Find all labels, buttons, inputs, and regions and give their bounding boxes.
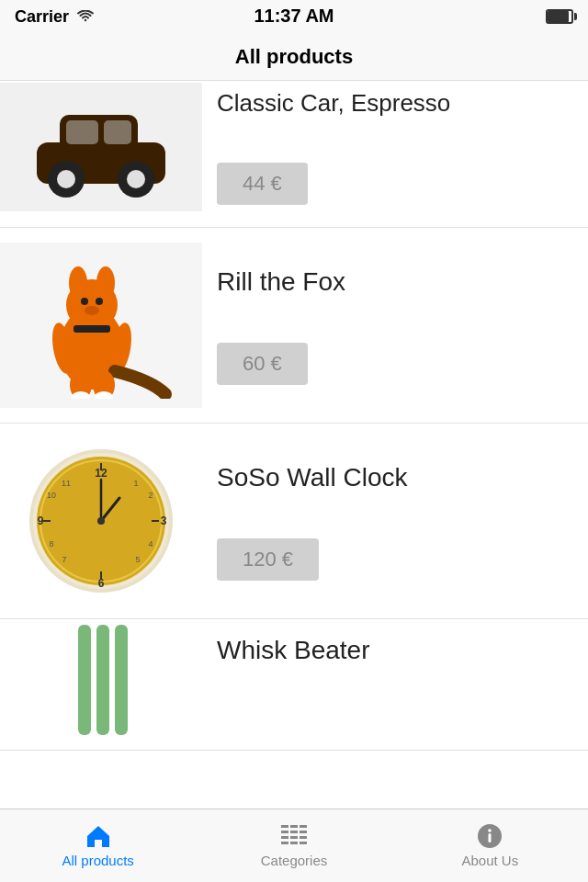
svg-rect-58 — [300, 842, 307, 844]
svg-text:4: 4 — [148, 539, 153, 548]
product-info: Classic Car, Espresso 44 € — [217, 88, 588, 206]
svg-point-61 — [489, 829, 492, 832]
product-name: SoSo Wall Clock — [217, 461, 588, 494]
svg-point-13 — [96, 298, 103, 305]
svg-text:1: 1 — [133, 479, 138, 488]
svg-rect-52 — [300, 831, 307, 833]
svg-text:12: 12 — [95, 467, 107, 480]
fox-image — [18, 252, 184, 399]
product-name: Whisk Beater — [217, 634, 588, 667]
svg-text:7: 7 — [62, 555, 66, 564]
product-info: Whisk Beater — [217, 634, 588, 667]
tab-all-products[interactable]: All products — [0, 809, 196, 882]
product-image — [0, 634, 202, 735]
status-bar: Carrier 11:37 AM — [0, 0, 588, 33]
product-image: 12 3 6 9 1 2 4 5 7 8 10 11 — [0, 438, 202, 604]
svg-text:10: 10 — [47, 491, 56, 500]
list-item[interactable]: Classic Car, Espresso 44 € — [0, 81, 588, 228]
tab-bar: All products Categories About Us — [0, 808, 588, 882]
whisk-image — [28, 625, 175, 735]
svg-rect-44 — [78, 625, 91, 735]
svg-rect-60 — [489, 833, 492, 842]
svg-rect-49 — [300, 825, 307, 828]
info-icon — [477, 823, 503, 849]
battery-icon — [546, 9, 573, 24]
product-info: SoSo Wall Clock 120 € — [217, 461, 588, 581]
svg-rect-54 — [290, 836, 298, 839]
svg-rect-3 — [104, 120, 131, 144]
list-item[interactable]: Whisk Beater — [0, 619, 588, 751]
svg-point-5 — [57, 170, 75, 188]
svg-rect-46 — [115, 625, 128, 735]
svg-text:11: 11 — [62, 479, 71, 488]
page-title: All products — [235, 45, 353, 69]
svg-rect-56 — [281, 842, 288, 844]
tab-about-us-label: About Us — [461, 853, 518, 868]
home-icon — [84, 823, 113, 849]
tab-categories[interactable]: Categories — [196, 809, 391, 882]
product-image — [0, 243, 202, 408]
svg-rect-57 — [290, 842, 298, 844]
carrier-label: Carrier — [15, 7, 69, 27]
product-info: Rill the Fox 60 € — [217, 266, 588, 385]
svg-rect-51 — [290, 831, 298, 833]
svg-rect-15 — [74, 325, 110, 333]
tab-about-us[interactable]: About Us — [392, 809, 588, 882]
svg-rect-45 — [96, 625, 109, 735]
svg-rect-47 — [281, 825, 288, 828]
product-price[interactable]: 120 € — [217, 538, 319, 581]
svg-text:3: 3 — [161, 514, 167, 527]
product-price[interactable]: 60 € — [217, 343, 308, 385]
svg-rect-53 — [281, 836, 288, 839]
product-price[interactable]: 44 € — [217, 163, 308, 205]
clock-image: 12 3 6 9 1 2 4 5 7 8 10 11 — [28, 447, 175, 594]
svg-text:9: 9 — [38, 514, 44, 527]
grid-icon — [279, 823, 309, 849]
svg-point-11 — [96, 266, 115, 300]
nav-bar: All products — [0, 33, 588, 81]
list-item[interactable]: 12 3 6 9 1 2 4 5 7 8 10 11 — [0, 424, 588, 619]
svg-point-7 — [127, 170, 145, 188]
product-list: Classic Car, Espresso 44 € — [0, 81, 588, 808]
status-time: 11:37 AM — [254, 6, 334, 27]
car-image — [18, 96, 184, 198]
product-image — [0, 83, 202, 211]
svg-point-10 — [69, 266, 87, 300]
svg-text:6: 6 — [98, 577, 105, 590]
tab-categories-label: Categories — [261, 853, 328, 868]
svg-point-43 — [97, 517, 105, 525]
status-right — [546, 9, 573, 24]
svg-text:2: 2 — [148, 491, 153, 500]
svg-text:5: 5 — [135, 555, 140, 564]
svg-rect-48 — [290, 825, 298, 828]
svg-rect-2 — [66, 120, 98, 144]
svg-rect-55 — [300, 836, 307, 839]
wifi-icon — [76, 10, 95, 23]
product-name: Rill the Fox — [217, 266, 588, 299]
tab-all-products-label: All products — [62, 853, 133, 868]
product-name: Classic Car, Espresso — [217, 88, 588, 119]
svg-text:8: 8 — [49, 539, 53, 548]
list-item[interactable]: Rill the Fox 60 € — [0, 228, 588, 424]
svg-rect-50 — [281, 831, 288, 833]
svg-point-14 — [85, 306, 99, 315]
svg-point-12 — [81, 298, 88, 305]
carrier-info: Carrier — [15, 7, 95, 27]
